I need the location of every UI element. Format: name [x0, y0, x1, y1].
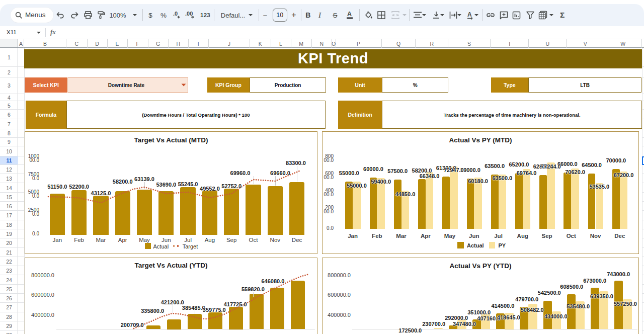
svg-text:A: A	[467, 11, 472, 18]
svg-text:A: A	[347, 11, 352, 18]
